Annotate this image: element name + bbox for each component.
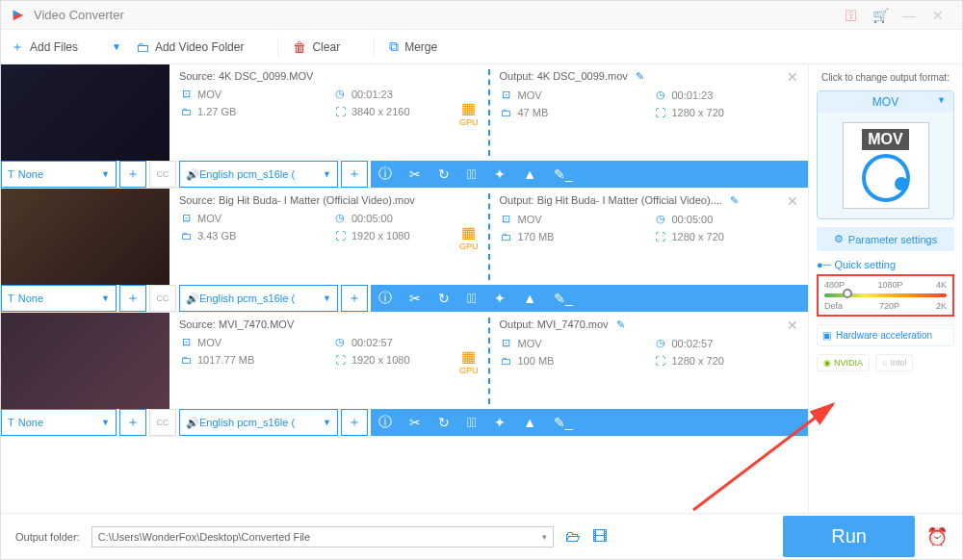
video-thumbnail[interactable] [1, 64, 169, 161]
merge-icon: ⧉ [389, 38, 399, 55]
list-item: Source: 4K DSC_0099.MOV ⊡MOV ◷00:01:23 🗀… [1, 64, 808, 189]
rotate-icon[interactable]: ↻ [438, 166, 450, 182]
edit-toolbar: ⓘ ✂ ↻ ✂⃞ ✦ ▲ ✎_ [371, 161, 808, 188]
footer: Output folder: C:\Users\WonderFox\Deskto… [1, 513, 962, 559]
open-folder-icon[interactable]: 🗁 [565, 528, 581, 546]
audio-select[interactable]: 🔊English pcm_s16le (▼ [179, 161, 338, 188]
rotate-icon[interactable]: ↻ [438, 415, 450, 430]
close-button[interactable]: ✕ [924, 8, 952, 23]
list-item: Source: MVI_7470.MOV ⊡MOV ◷00:02:57 🗀101… [1, 313, 808, 437]
effects-icon[interactable]: ✦ [494, 291, 506, 306]
trash-icon: 🗑 [293, 39, 306, 55]
source-label: Source: 4K DSC_0099.MOV [179, 70, 479, 82]
rotate-icon[interactable]: ↻ [438, 291, 450, 306]
chevron-down-icon: ▾ [542, 532, 547, 542]
format-icon: ⊡ [500, 89, 513, 101]
edit-output-icon[interactable]: ✎ [636, 70, 644, 82]
slider-thumb[interactable] [843, 289, 852, 298]
add-files-button[interactable]: ＋Add Files [11, 38, 78, 56]
output-label: Output: MVI_7470.mov [500, 318, 609, 330]
mov-format-icon: MOV [843, 122, 929, 209]
add-subtitle-button[interactable]: ＋ [119, 409, 146, 436]
gpu-badge: ▦GPU [459, 223, 479, 251]
edit-output-icon[interactable]: ✎ [730, 194, 739, 206]
audio-select[interactable]: 🔊English pcm_s16le (▼ [179, 409, 338, 436]
info-icon[interactable]: ⓘ [378, 290, 392, 307]
add-audio-button[interactable]: ＋ [341, 161, 368, 188]
clear-button[interactable]: 🗑Clear [293, 39, 340, 55]
output-label: Output: Big Hit Buda- I Matter (Official… [500, 194, 722, 206]
output-folder-input[interactable]: C:\Users\WonderFox\Desktop\Converted Fil… [91, 526, 554, 547]
cc-button[interactable]: CC [149, 409, 176, 436]
output-format-selector[interactable]: MOV▼ MOV [817, 90, 954, 219]
resolution-icon: ⛶ [333, 106, 347, 117]
merge-button[interactable]: ⧉Merge [389, 38, 437, 55]
edit-output-icon[interactable]: ✎ [616, 318, 625, 330]
subtitle-select[interactable]: TNone▼ [1, 161, 117, 188]
sliders-icon: ⚙ [834, 233, 844, 245]
crop-icon[interactable]: ✂⃞ [467, 415, 477, 430]
cart-icon[interactable]: 🛒 [866, 8, 895, 23]
file-list: Source: 4K DSC_0099.MOV ⊡MOV ◷00:01:23 🗀… [1, 64, 808, 513]
intel-icon: ○ [882, 358, 887, 368]
effects-icon[interactable]: ✦ [494, 415, 506, 430]
add-audio-button[interactable]: ＋ [341, 409, 368, 436]
output-label: Output: 4K DSC_0099.mov [500, 70, 628, 82]
clock-icon: ◷ [333, 88, 347, 100]
cc-button[interactable]: CC [149, 161, 176, 188]
video-thumbnail[interactable] [1, 313, 169, 409]
add-folder-button[interactable]: 🗀Add Video Folder [136, 39, 245, 55]
toolbar: ＋Add Files ▼ 🗀Add Video Folder 🗑Clear ⧉M… [1, 30, 962, 64]
quick-setting-slider[interactable]: 480P1080P4K Defa720P2K [817, 274, 954, 317]
edit-extra-icon[interactable]: ✎_ [554, 291, 573, 306]
chevron-down-icon: ▼ [323, 169, 331, 179]
cut-icon[interactable]: ✂ [409, 291, 421, 306]
hardware-acceleration-toggle[interactable]: ▣Hardware acceleration [817, 324, 954, 346]
watermark-icon[interactable]: ▲ [523, 415, 536, 430]
chevron-down-icon: ▼ [101, 169, 110, 179]
edit-extra-icon[interactable]: ✎_ [554, 166, 573, 182]
add-files-dropdown[interactable]: ▼ [112, 41, 121, 52]
crop-icon[interactable]: ✂⃞ [467, 291, 477, 306]
chip-icon: ▣ [822, 330, 831, 341]
speaker-icon: 🔊 [186, 168, 199, 181]
audio-select[interactable]: 🔊English pcm_s16le (▼ [179, 285, 338, 312]
add-subtitle-button[interactable]: ＋ [119, 285, 146, 312]
crop-icon[interactable]: ✂⃞ [467, 166, 477, 182]
text-icon: T [8, 168, 14, 180]
watermark-icon[interactable]: ▲ [523, 166, 536, 182]
folder-plus-icon: 🗀 [136, 39, 149, 55]
parameter-settings-button[interactable]: ⚙Parameter settings [817, 227, 954, 251]
format-icon: ⊡ [179, 88, 193, 100]
video-thumbnail[interactable] [1, 189, 169, 285]
clock-icon: ◷ [654, 89, 667, 101]
cut-icon[interactable]: ✂ [409, 166, 421, 182]
run-button[interactable]: Run [783, 516, 915, 557]
watermark-icon[interactable]: ▲ [523, 291, 536, 306]
film-icon[interactable]: 🎞 [592, 528, 608, 546]
schedule-icon[interactable]: ⏰ [926, 526, 948, 547]
subtitle-select[interactable]: TNone▼ [1, 409, 117, 436]
effects-icon[interactable]: ✦ [494, 166, 506, 182]
list-item: Source: Big Hit Buda- I Matter (Official… [1, 189, 808, 313]
nvidia-badge: ◉NVIDIA [817, 354, 870, 371]
minimize-button[interactable]: — [895, 8, 924, 23]
app-logo-icon [11, 8, 26, 23]
info-icon[interactable]: ⓘ [378, 165, 392, 183]
source-label: Source: Big Hit Buda- I Matter (Official… [179, 194, 479, 206]
remove-item-button[interactable]: ✕ [787, 193, 798, 209]
cc-button[interactable]: CC [149, 285, 176, 312]
edit-toolbar: ⓘ✂↻✂⃞✦▲✎_ [371, 409, 808, 436]
remove-item-button[interactable]: ✕ [787, 318, 798, 333]
nvidia-icon: ◉ [823, 358, 831, 368]
add-audio-button[interactable]: ＋ [341, 285, 368, 312]
sidebar: Click to change output format: MOV▼ MOV … [808, 64, 962, 513]
edit-extra-icon[interactable]: ✎_ [554, 415, 573, 430]
add-subtitle-button[interactable]: ＋ [119, 161, 146, 188]
subtitle-select[interactable]: TNone▼ [1, 285, 117, 312]
cut-icon[interactable]: ✂ [409, 415, 421, 430]
app-title: Video Converter [34, 8, 124, 22]
remove-item-button[interactable]: ✕ [787, 69, 798, 85]
info-icon[interactable]: ⓘ [378, 414, 392, 431]
key-icon[interactable]: ⚿ [837, 8, 866, 23]
